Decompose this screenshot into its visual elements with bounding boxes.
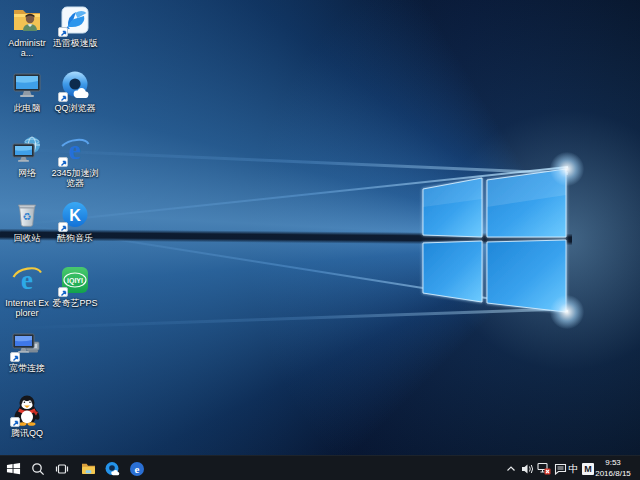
file-explorer-button[interactable] bbox=[76, 456, 100, 480]
recycle-bin-icon: ♻ bbox=[11, 199, 43, 231]
desktop-icon-xunlei-speed[interactable]: 迅雷极速版 bbox=[51, 4, 99, 48]
task-view-icon bbox=[55, 462, 69, 476]
desktop-icon-label: Administra... bbox=[3, 38, 51, 58]
svg-text:K: K bbox=[69, 207, 81, 224]
search-icon bbox=[31, 462, 45, 476]
desktop-icon-label: Internet Explorer bbox=[3, 298, 51, 318]
shortcut-arrow-icon bbox=[10, 417, 20, 427]
shortcut-arrow-icon bbox=[58, 92, 68, 102]
desktop-icon-internet-explorer[interactable]: e Internet Explorer bbox=[3, 264, 51, 318]
desktop-icon-label: QQ浏览器 bbox=[51, 103, 99, 113]
file-explorer-icon bbox=[81, 462, 96, 475]
network-globe-icon bbox=[11, 134, 43, 166]
shortcut-arrow-icon bbox=[10, 352, 20, 362]
shortcut-arrow-icon bbox=[58, 157, 68, 167]
desktop-icon-label: 腾讯QQ bbox=[3, 428, 51, 438]
desktop-icon-recycle-bin[interactable]: ♻ 回收站 bbox=[3, 199, 51, 243]
desktop-icon-label: 回收站 bbox=[3, 233, 51, 243]
windows-logo-icon bbox=[6, 461, 21, 476]
taskbar-clock[interactable]: 9:53 2016/8/15 bbox=[588, 457, 638, 480]
ime-mode-indicator[interactable]: 中 bbox=[566, 456, 581, 480]
network-disconnected-icon bbox=[537, 462, 551, 475]
taskbar-qq-browser-button[interactable] bbox=[100, 456, 124, 480]
action-center-icon bbox=[554, 463, 567, 475]
desktop-icon-label: 2345加速浏览器 bbox=[51, 168, 99, 188]
svg-text:e: e bbox=[135, 462, 140, 474]
light-flare bbox=[550, 295, 584, 329]
shortcut-arrow-icon bbox=[58, 287, 68, 297]
chevron-up-icon bbox=[506, 464, 516, 474]
desktop-icon-label: 迅雷极速版 bbox=[51, 38, 99, 48]
desktop-icon-iqiyi-pps[interactable]: iQIYI 爱奇艺PPS bbox=[51, 264, 99, 308]
internet-explorer-icon: e bbox=[11, 264, 43, 296]
shortcut-arrow-icon bbox=[58, 27, 68, 37]
tray-volume-button[interactable] bbox=[518, 456, 536, 480]
shortcut-arrow-icon bbox=[58, 222, 68, 232]
start-button[interactable] bbox=[1, 456, 25, 480]
clock-date: 2016/8/15 bbox=[588, 468, 638, 479]
desktop-icon-network[interactable]: 网络 bbox=[3, 134, 51, 178]
taskbar-search-button[interactable] bbox=[26, 456, 50, 480]
2345-browser-icon: e bbox=[129, 461, 145, 477]
desktop-icon-label: 酷狗音乐 bbox=[51, 233, 99, 243]
desktop-icon-tencent-qq[interactable]: 腾讯QQ bbox=[3, 394, 51, 438]
ime-mode-text: 中 bbox=[569, 462, 579, 476]
desktop-icon-broadband-connection[interactable]: 宽带连接 bbox=[3, 329, 51, 373]
svg-text:iQIYI: iQIYI bbox=[67, 277, 83, 285]
qq-browser-icon bbox=[104, 461, 120, 477]
desktop-icon-2345-browser[interactable]: e 2345加速浏览器 bbox=[51, 134, 99, 188]
clock-time: 9:53 bbox=[588, 457, 638, 468]
desktop-icon-label: 爱奇艺PPS bbox=[51, 298, 99, 308]
task-view-button[interactable] bbox=[50, 456, 74, 480]
user-folder-icon bbox=[11, 4, 43, 36]
desktop-icon-label: 宽带连接 bbox=[3, 363, 51, 373]
windows-desktop: Administra... 迅雷极速版 bbox=[0, 0, 640, 480]
taskbar-2345-browser-button[interactable]: e bbox=[125, 456, 149, 480]
desktop-icon-kugou-music[interactable]: K 酷狗音乐 bbox=[51, 199, 99, 243]
svg-text:♻: ♻ bbox=[23, 211, 32, 222]
computer-monitor-icon bbox=[11, 69, 43, 101]
desktop-icon-label: 此电脑 bbox=[3, 103, 51, 113]
speaker-icon bbox=[521, 463, 534, 475]
desktop-icon-label: 网络 bbox=[3, 168, 51, 178]
light-flare bbox=[550, 152, 584, 186]
desktop-icon-this-pc[interactable]: 此电脑 bbox=[3, 69, 51, 113]
desktop-icon-qq-browser[interactable]: QQ浏览器 bbox=[51, 69, 99, 113]
desktop-icon-administrator-folder[interactable]: Administra... bbox=[3, 4, 51, 58]
taskbar: e bbox=[0, 455, 640, 480]
